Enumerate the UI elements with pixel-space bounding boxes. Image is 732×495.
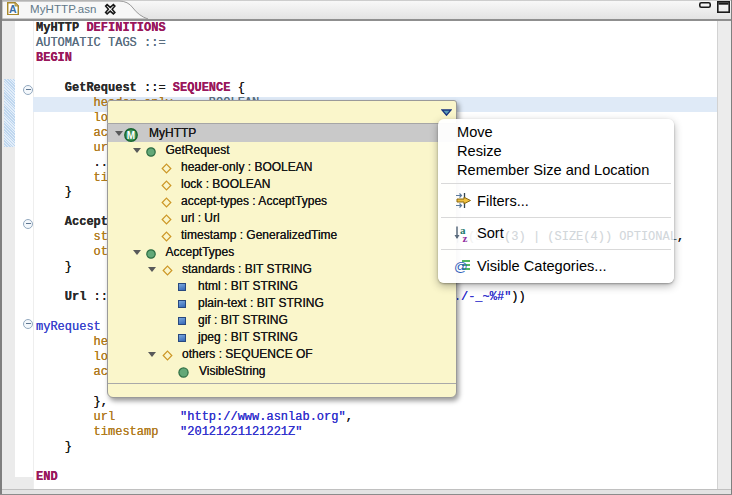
svg-text:M: M	[126, 129, 134, 140]
svg-text:A: A	[9, 3, 17, 15]
svg-text:z: z	[463, 232, 468, 243]
svg-text:@: @	[454, 259, 468, 274]
